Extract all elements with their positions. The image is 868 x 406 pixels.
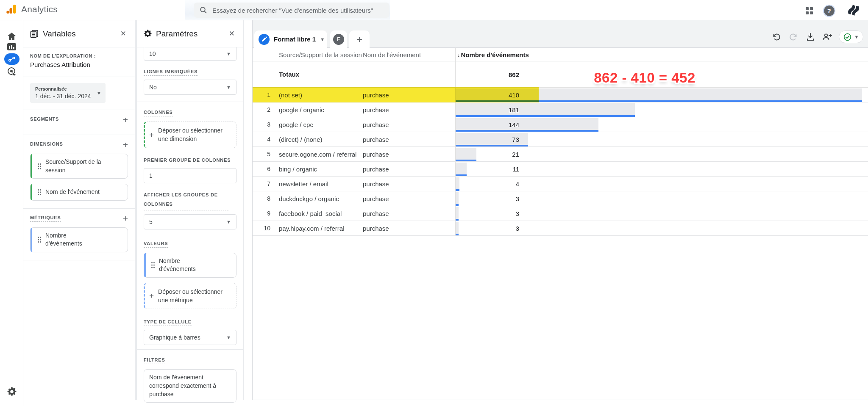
search-input[interactable]: [212, 7, 384, 14]
row-rank: 1: [253, 91, 279, 98]
show-col-groups-select[interactable]: 5 ▼: [144, 214, 236, 229]
table-row[interactable]: 4(direct) / (none)purchase73: [253, 132, 868, 147]
table-row[interactable]: 7newsletter / emailpurchase4: [253, 177, 868, 191]
header-metric[interactable]: ↓ Nombre d'événements: [455, 48, 862, 61]
freeform-table: Source/Support de la session Nom de l'év…: [253, 48, 868, 236]
tab-f[interactable]: F: [330, 30, 347, 48]
table-row[interactable]: 5secure.ogone.com / referralpurchase21: [253, 147, 868, 162]
totals-label: Totaux: [279, 71, 363, 78]
reports-icon[interactable]: [0, 43, 23, 50]
row-metric-value: 3: [456, 225, 519, 232]
header-event[interactable]: Nom de l'événement: [363, 51, 455, 58]
row-event: purchase: [363, 121, 455, 128]
first-col-group-label: PREMIER GROUPE DE COLONNES: [144, 157, 231, 164]
row-source: google / organic: [279, 106, 363, 113]
add-tab-button[interactable]: +: [349, 30, 370, 48]
row-event: purchase: [363, 151, 455, 158]
edit-pencil-icon: [259, 34, 270, 45]
apps-grid-icon[interactable]: [804, 5, 815, 16]
show-col-groups-label: AFFICHER LES GROUPES DE COLONNES: [144, 190, 228, 210]
cell-type-select[interactable]: Graphique à barres ▼: [144, 330, 236, 345]
exploration-name[interactable]: Purchases Attribution: [30, 61, 128, 68]
row-event: purchase: [363, 136, 455, 143]
row-source: facebook / paid_social: [279, 210, 363, 217]
date-range-mode: Personnalisée: [35, 86, 100, 91]
variables-panel: Variables ✕ NOM DE L'EXPLORATION : Purch…: [23, 20, 135, 400]
row-event: purchase: [363, 106, 455, 113]
explore-icon[interactable]: [0, 53, 23, 65]
gear-icon: [144, 30, 152, 38]
dimension-chip[interactable]: Source/Support de la session: [30, 154, 128, 179]
value-chip[interactable]: Nombre d'événements: [144, 253, 236, 278]
row-rank: 9: [253, 210, 279, 217]
drag-handle-icon[interactable]: [151, 262, 155, 268]
close-settings-icon[interactable]: ✕: [227, 28, 236, 40]
table-row[interactable]: 8duckduckgo / organicpurchase3: [253, 191, 868, 206]
row-metric-value: 4: [456, 180, 519, 188]
add-segment-button[interactable]: +: [123, 116, 128, 124]
redo-icon[interactable]: [788, 31, 799, 42]
drag-handle-icon[interactable]: [37, 236, 42, 243]
row-source: google / cpc: [279, 121, 363, 128]
row-event: purchase: [363, 225, 455, 232]
drag-handle-icon[interactable]: [37, 189, 42, 196]
row-source: (direct) / (none): [279, 136, 363, 143]
share-users-icon[interactable]: [822, 31, 833, 42]
row-metric-value: 144: [456, 121, 519, 128]
table-header-row: Source/Support de la session Nom de l'év…: [253, 48, 868, 61]
undo-icon[interactable]: [771, 31, 782, 42]
table-row[interactable]: 10pay.hipay.com / referralpurchase3: [253, 221, 868, 236]
filter-chip[interactable]: Nom de l'événement correspond exactement…: [144, 369, 236, 403]
metric-chip[interactable]: Nombre d'événements: [30, 227, 128, 252]
chevron-down-icon[interactable]: ▼: [320, 37, 325, 42]
add-metric-button[interactable]: +: [123, 215, 128, 222]
date-range-value: 1 déc. - 31 déc. 2024: [35, 93, 100, 99]
row-rank: 6: [253, 166, 279, 172]
home-icon[interactable]: [0, 32, 23, 41]
table-row[interactable]: 2google / organicpurchase181: [253, 102, 868, 117]
segments-label: SEGMENTS: [30, 116, 59, 123]
table-row[interactable]: 1(not set)purchase410: [253, 88, 868, 102]
search-bar[interactable]: [194, 3, 389, 18]
annotation-text: 862 - 410 = 452: [577, 70, 712, 86]
row-rank: 4: [253, 136, 279, 143]
analytics-brand[interactable]: Analytics: [6, 3, 58, 15]
row-rank: 8: [253, 195, 279, 202]
tab-format-libre-1[interactable]: Format libre 1 ▼: [254, 30, 327, 48]
cell-type-value: Graphique à barres: [149, 334, 200, 341]
row-event: purchase: [363, 180, 455, 188]
tab-f-badge: F: [333, 34, 344, 45]
settings-gear-icon[interactable]: [0, 387, 23, 396]
table-row[interactable]: 6bing / organicpurchase11: [253, 162, 868, 177]
avatar[interactable]: [846, 3, 862, 18]
values-dropzone[interactable]: + Déposer ou sélectionner une métrique: [144, 283, 236, 309]
row-rank: 7: [253, 180, 279, 187]
table-row[interactable]: 3google / cpcpurchase144: [253, 117, 868, 132]
table-row[interactable]: 9facebook / paid_socialpurchase3: [253, 206, 868, 221]
advertising-icon[interactable]: [0, 67, 23, 76]
download-icon[interactable]: [805, 31, 816, 42]
first-col-group-input[interactable]: 1: [144, 168, 236, 183]
filters-label: FILTRES: [144, 357, 165, 364]
show-rows-select[interactable]: 10 ▼: [144, 47, 236, 61]
add-dimension-button[interactable]: +: [123, 141, 128, 149]
header-source[interactable]: Source/Support de la session: [279, 51, 363, 58]
close-variables-icon[interactable]: ✕: [119, 28, 128, 40]
drag-handle-icon[interactable]: [37, 163, 42, 170]
value-chip-label: Nombre d'événements: [159, 257, 210, 273]
plus-icon: +: [149, 290, 154, 302]
search-icon: [200, 6, 207, 14]
row-event: purchase: [363, 91, 455, 99]
nested-rows-select[interactable]: No ▼: [144, 80, 236, 95]
totals-value: 862: [456, 71, 519, 78]
dimension-chip[interactable]: Nom de l'événement: [30, 184, 128, 201]
app-window: Analytics ?: [0, 0, 868, 406]
row-metric-value: 73: [456, 136, 519, 143]
date-range-selector[interactable]: Personnalisée 1 déc. - 31 déc. 2024 ▼: [30, 83, 106, 103]
columns-dropzone[interactable]: + Déposer ou sélectionner une dimension: [144, 122, 236, 148]
chevron-down-icon: ▼: [226, 335, 231, 340]
row-source: bing / organic: [279, 166, 363, 173]
saved-status-button[interactable]: ▼: [839, 30, 863, 43]
help-icon[interactable]: ?: [823, 5, 835, 16]
sort-desc-icon: ↓: [457, 52, 460, 58]
